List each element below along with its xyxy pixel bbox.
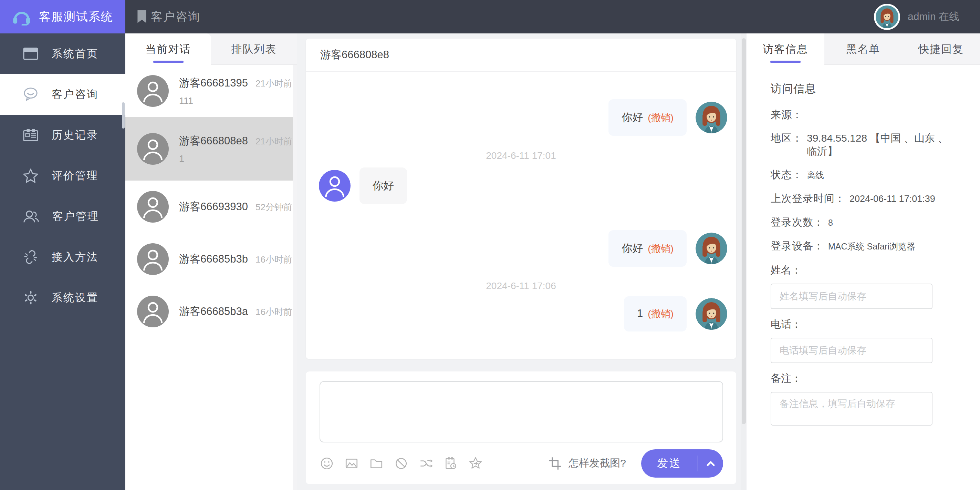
visitor-avatar (137, 191, 169, 223)
composer-right-actions: 怎样发截图? 发送 (548, 449, 723, 477)
phone-field[interactable] (771, 338, 932, 363)
form-group-note: 备注： (771, 372, 956, 427)
list-scrollbar-track[interactable] (293, 65, 297, 490)
status-value: 离线 (807, 169, 824, 182)
info-row-login-count: 登录次数： 8 (771, 216, 956, 229)
info-row-region: 地区： 39.84.55.128 【中国 、山东 、临沂】 (771, 132, 956, 158)
tab-label: 快捷回复 (918, 42, 964, 56)
tab-blacklist[interactable]: 黑名单 (824, 34, 902, 65)
name-field[interactable] (771, 284, 932, 309)
crop-icon (548, 456, 562, 471)
main-scrollbar-thumb[interactable] (742, 38, 746, 424)
sidebar-item-reviews[interactable]: 评价管理 (0, 155, 125, 196)
visitor-avatar (137, 75, 169, 107)
message-preview: 1 (179, 154, 292, 164)
tab-quick-replies[interactable]: 快捷回复 (902, 34, 980, 65)
send-options-toggle[interactable] (698, 459, 723, 468)
ban-icon[interactable] (394, 456, 408, 471)
sidebar-item-label: 客户咨询 (52, 87, 99, 102)
main-layout: 系统首页 客户咨询 (0, 34, 980, 490)
revoke-link[interactable]: (撤销) (648, 111, 673, 124)
users-icon (23, 209, 39, 224)
folder-icon[interactable] (369, 456, 383, 471)
info-label: 来源： (771, 108, 803, 121)
top-bar: 客服测试系统 客户咨询 admin 在线 (0, 0, 980, 34)
info-row-last-login: 上次登录时间： 2024-06-11 17:01:39 (771, 192, 956, 205)
window-icon (23, 46, 38, 61)
chat-column: 游客666808e8 你好 (撤销) 2024-6-11 17:01 (297, 34, 741, 490)
conversation-row[interactable]: 游客66685b3b 16小时前 (125, 233, 297, 285)
conversation-row[interactable]: 游客66681395 21小时前 111 (125, 65, 297, 117)
tab-current-chats[interactable]: 当前对话 (125, 34, 211, 65)
app-title: 客服测试系统 (39, 9, 113, 25)
sidebar-nav: 系统首页 客户咨询 (0, 34, 125, 490)
name-label: 姓名： (771, 263, 956, 278)
sidebar-scrollbar-thumb[interactable] (122, 102, 125, 129)
chevron-up-icon (705, 459, 717, 468)
star-icon (23, 168, 38, 183)
app-logo: 客服测试系统 (0, 0, 125, 34)
clipboard-clock-icon[interactable] (444, 456, 458, 471)
main-scrollbar-track[interactable] (741, 34, 746, 490)
message-bubble: 你好 (撤销) (608, 230, 687, 267)
conversation-row[interactable]: 游客66685b3a 16小时前 (125, 285, 297, 338)
conversation-row-selected[interactable]: 游客666808e8 21小时前 1 (125, 117, 297, 180)
screenshot-help-link[interactable]: 怎样发截图? (568, 456, 626, 470)
message-history: 你好 (撤销) 2024-6-11 17:01 你好 (306, 72, 736, 359)
visitor-name: 游客66681395 (179, 76, 248, 90)
sidebar-item-label: 客户管理 (52, 209, 99, 223)
visitor-name: 游客666808e8 (179, 134, 248, 148)
sidebar-item-settings[interactable]: 系统设置 (0, 278, 125, 318)
revoke-link[interactable]: (撤销) (648, 307, 673, 321)
sidebar-item-label: 评价管理 (52, 169, 99, 183)
visitor-panel-tabs: 访客信息 黑名单 快捷回复 (746, 34, 980, 65)
last-message-time: 21小时前 (256, 136, 292, 147)
composer-toolbar: 怎样发截图? 发送 (320, 442, 723, 484)
info-row-status: 状态： 离线 (771, 168, 956, 182)
message-bubble: 1 (撤销) (624, 296, 687, 332)
message-text: 你好 (622, 241, 643, 256)
chat-bubble-icon (23, 87, 38, 102)
visitor-chat-avatar (319, 170, 350, 201)
visitor-avatar (137, 243, 169, 275)
visitor-avatar (137, 296, 169, 327)
note-field[interactable] (771, 392, 932, 426)
sidebar-item-consult[interactable]: 客户咨询 (0, 74, 125, 115)
info-label: 登录设备： (771, 239, 824, 252)
tab-visitor-info[interactable]: 访客信息 (746, 34, 824, 65)
admin-avatar[interactable] (874, 4, 900, 30)
send-button[interactable]: 发送 (641, 449, 723, 477)
revoke-link[interactable]: (撤销) (648, 242, 673, 255)
conversation-row-body: 游客666808e8 21小时前 1 (179, 133, 292, 165)
admin-menu[interactable]: admin 在线 (874, 4, 959, 30)
sidebar-item-history[interactable]: 历史记录 (0, 115, 125, 155)
info-label: 地区： (771, 132, 803, 145)
message-input[interactable] (320, 381, 723, 442)
emoji-icon[interactable] (320, 456, 334, 471)
active-tab-underline (770, 61, 800, 63)
chat-card: 游客666808e8 你好 (撤销) 2024-6-11 17:01 (306, 38, 736, 359)
visit-info-title: 访问信息 (771, 81, 956, 96)
sidebar-item-home[interactable]: 系统首页 (0, 34, 125, 74)
last-message-time: 16小时前 (256, 254, 292, 266)
page-title: 客户咨询 (151, 9, 200, 25)
visitor-name: 游客66685b3b (179, 252, 248, 267)
message-text: 1 (637, 307, 643, 320)
tab-label: 当前对话 (146, 42, 191, 56)
sidebar-item-label: 接入方法 (52, 250, 99, 264)
conversation-row[interactable]: 游客66693930 52分钟前 (125, 180, 297, 233)
message-bubble: 你好 (360, 168, 407, 204)
image-icon[interactable] (344, 456, 359, 471)
sidebar-item-customers[interactable]: 客户管理 (0, 196, 125, 237)
last-message-time: 52分钟前 (256, 201, 292, 213)
info-row-device: 登录设备： MAC系统 Safari浏览器 (771, 239, 956, 253)
active-tab-underline (153, 61, 183, 63)
visitor-info-panel: 访客信息 黑名单 快捷回复 访问信息 来源： 地区： 39.84 (746, 34, 980, 490)
sidebar-item-integration[interactable]: 接入方法 (0, 237, 125, 278)
shuffle-icon[interactable] (419, 456, 433, 471)
tab-queue-list[interactable]: 排队列表 (211, 34, 297, 65)
history-icon (23, 128, 38, 142)
last-message-time: 21小时前 (256, 78, 292, 89)
sidebar-item-label: 系统首页 (52, 46, 99, 61)
star-arrow-icon[interactable] (468, 456, 483, 471)
